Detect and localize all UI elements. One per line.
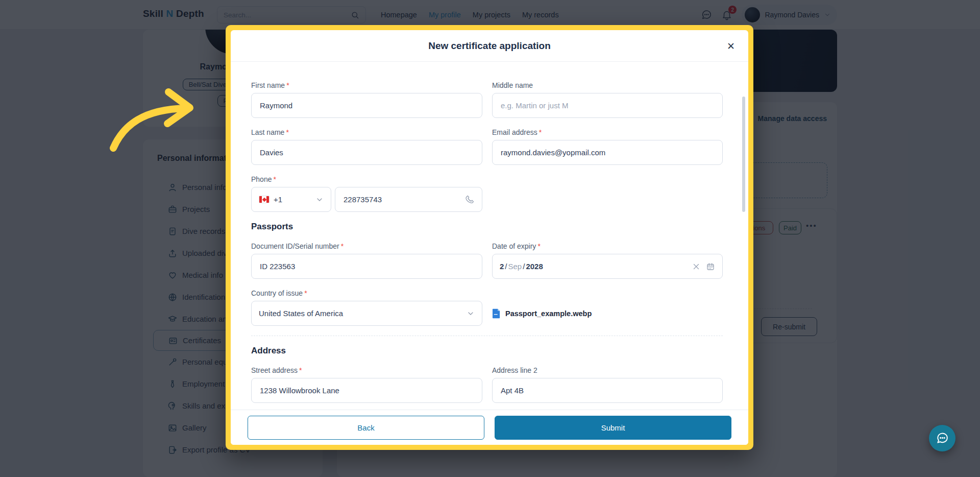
last-name-label: Last name* [251, 128, 482, 137]
required-asterisk: * [539, 128, 542, 136]
passports-section-heading: Passports [251, 222, 723, 232]
passport-file-link[interactable]: Passport_example.webp [492, 301, 723, 326]
required-asterisk: * [537, 242, 540, 250]
chevron-down-icon [315, 196, 324, 204]
street-address-group: Street address* [251, 366, 482, 403]
expiry-date-group: Date of expiry* 2/Sep/2028 [492, 242, 723, 279]
country-of-issue-label: Country of issue* [251, 289, 482, 298]
email-field[interactable] [492, 140, 723, 165]
address-section-heading: Address [251, 346, 723, 356]
modal-highlight-border: New certificate application ✕ First name… [226, 25, 753, 450]
close-icon[interactable]: ✕ [727, 30, 735, 62]
middle-name-field[interactable] [492, 93, 723, 118]
clear-date-icon[interactable] [692, 262, 701, 271]
expiry-date-label: Date of expiry* [492, 242, 723, 251]
required-asterisk: * [273, 175, 276, 183]
required-asterisk: * [286, 81, 289, 89]
last-name-field[interactable] [251, 140, 482, 165]
first-name-field[interactable] [251, 93, 482, 118]
country-code-value: +1 [274, 195, 282, 204]
middle-name-label: Middle name [492, 81, 723, 90]
required-asterisk: * [341, 242, 344, 250]
modal-header: New certificate application ✕ [231, 30, 748, 62]
street-address-label: Street address* [251, 366, 482, 375]
phone-group: Phone* +1 [251, 175, 482, 212]
expiry-day: 2 [500, 262, 504, 271]
expiry-year: 2028 [526, 262, 543, 271]
new-certificate-modal: New certificate application ✕ First name… [231, 30, 748, 445]
last-name-group: Last name* [251, 128, 482, 165]
required-asterisk: * [286, 128, 288, 136]
address-line-2-group: Address line 2 [492, 366, 723, 403]
chat-bubble-icon [936, 432, 949, 445]
modal-body: First name* Middle name Last name* Email… [231, 62, 748, 410]
modal-scrollbar[interactable] [742, 97, 745, 212]
middle-name-group: Middle name [492, 81, 723, 118]
chat-fab[interactable] [929, 425, 955, 451]
document-id-label: Document ID/Serial number* [251, 242, 482, 251]
file-icon [492, 308, 501, 319]
annotation-arrow [82, 81, 199, 157]
address-line-2-label: Address line 2 [492, 366, 723, 375]
section-dashed-divider [251, 336, 723, 336]
expiry-date-field[interactable]: 2/Sep/2028 [492, 254, 723, 279]
calendar-icon[interactable] [706, 262, 715, 271]
country-code-select[interactable]: +1 [251, 187, 331, 212]
modal-footer: Back Submit [231, 410, 748, 445]
phone-label: Phone* [251, 175, 482, 184]
canada-flag-icon [259, 196, 270, 203]
address-line-2-field[interactable] [492, 378, 723, 403]
back-button[interactable]: Back [248, 416, 484, 440]
passport-file-group: Passport_example.webp [492, 301, 723, 326]
country-of-issue-value: United States of America [259, 309, 343, 318]
email-label: Email address* [492, 128, 723, 137]
document-id-group: Document ID/Serial number* [251, 242, 482, 279]
submit-button[interactable]: Submit [495, 416, 731, 440]
country-of-issue-select[interactable]: United States of America [251, 301, 482, 326]
chevron-down-icon [467, 309, 475, 318]
document-id-field[interactable] [251, 254, 482, 279]
phone-number-field[interactable] [335, 187, 482, 212]
required-asterisk: * [299, 366, 302, 374]
phone-icon [464, 194, 475, 205]
country-of-issue-group: Country of issue* United States of Ameri… [251, 289, 482, 326]
passport-file-name: Passport_example.webp [505, 309, 592, 318]
first-name-group: First name* [251, 81, 482, 118]
modal-title: New certificate application [231, 30, 748, 62]
required-asterisk: * [304, 289, 307, 297]
email-group: Email address* [492, 128, 723, 165]
first-name-label: First name* [251, 81, 482, 90]
spacer [492, 175, 723, 212]
street-address-field[interactable] [251, 378, 482, 403]
expiry-month: Sep [508, 262, 522, 271]
